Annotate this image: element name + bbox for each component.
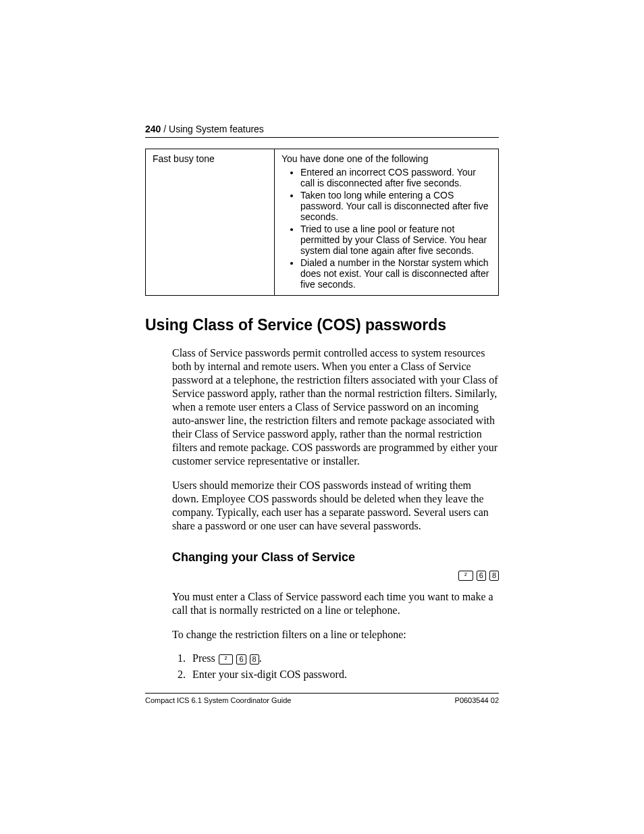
digit-key-icon: 8 xyxy=(250,654,259,664)
fast-busy-table: Fast busy tone You have done one of the … xyxy=(145,149,499,296)
content-area: Fast busy tone You have done one of the … xyxy=(145,149,499,681)
key-sequence-display: ² 6 8 xyxy=(145,569,499,581)
subsection-heading: Changing your Class of Service xyxy=(172,550,499,565)
step-text: . xyxy=(259,652,262,664)
feature-key-icon: ² xyxy=(458,571,473,581)
list-item: Entered an incorrect COS password. Your … xyxy=(300,167,491,188)
header-section: Using System features xyxy=(169,124,264,134)
step-list: Press ² 6 8. Enter your six-digit COS pa… xyxy=(172,652,499,681)
table-cell-right: You have done one of the following Enter… xyxy=(275,149,499,296)
running-header: 240 / Using System features xyxy=(145,124,499,138)
body-paragraph: Class of Service passwords permit contro… xyxy=(172,346,499,468)
page-number: 240 xyxy=(145,124,161,134)
footer-right: P0603544 02 xyxy=(455,696,499,704)
list-item: Tried to use a line pool or feature not … xyxy=(300,224,491,256)
list-item: Enter your six-digit COS password. xyxy=(188,669,499,681)
feature-key-icon: ² xyxy=(219,654,234,664)
body-paragraph: Users should memorize their COS password… xyxy=(172,479,499,533)
footer-left: Compact ICS 6.1 System Coordinator Guide xyxy=(145,696,291,704)
header-separator: / xyxy=(161,124,169,134)
body-paragraph: To change the restriction filters on a l… xyxy=(172,628,499,642)
list-item: Press ² 6 8. xyxy=(188,652,499,664)
section-heading: Using Class of Service (COS) passwords xyxy=(145,316,499,334)
list-item: Taken too long while entering a COS pass… xyxy=(300,190,491,222)
page: 240 / Using System features Fast busy to… xyxy=(0,0,644,834)
table-bullet-list: Entered an incorrect COS password. Your … xyxy=(281,167,491,290)
digit-key-icon: 6 xyxy=(236,654,246,664)
body-paragraph: You must enter a Class of Service passwo… xyxy=(172,590,499,617)
table-right-intro: You have done one of the following xyxy=(281,153,428,164)
list-item: Dialed a number in the Norstar system wh… xyxy=(300,257,491,290)
digit-key-icon: 8 xyxy=(489,571,499,581)
table-cell-left: Fast busy tone xyxy=(146,149,275,296)
step-text: Press xyxy=(192,652,218,664)
digit-key-icon: 6 xyxy=(477,571,486,581)
page-footer: Compact ICS 6.1 System Coordinator Guide… xyxy=(145,693,499,704)
